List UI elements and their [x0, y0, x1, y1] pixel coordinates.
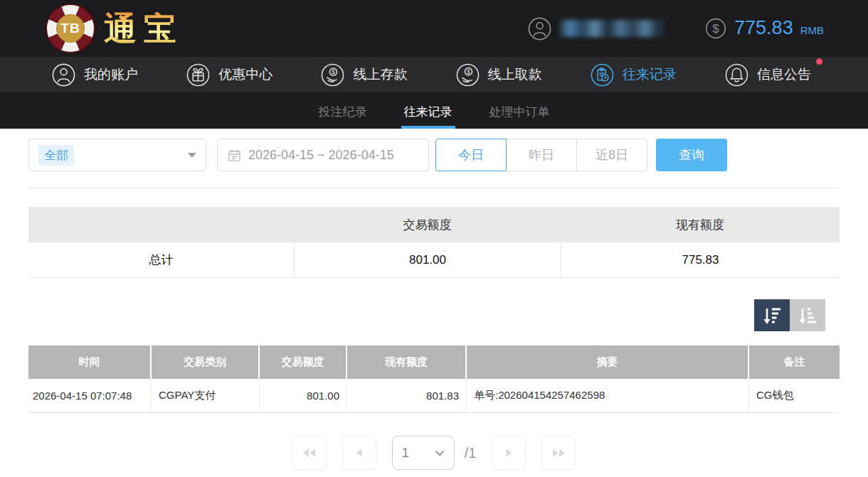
filter-row: 全部 2026-04-15 ~ 2026-04-15 今日 昨日 近8日 查询	[28, 139, 840, 171]
nav-item-promotions[interactable]: 优惠中心	[186, 63, 272, 87]
nav-item-withdraw[interactable]: $ 线上取款	[455, 63, 542, 87]
sort-descending-icon	[761, 306, 783, 326]
content-area: 全部 2026-04-15 ~ 2026-04-15 今日 昨日 近8日 查询	[0, 139, 868, 470]
quick-range-group: 今日 昨日 近8日	[435, 139, 647, 171]
summary-table-header: 交易额度 现有额度	[28, 207, 840, 242]
col-remark: 备注	[749, 345, 840, 379]
logo-badge: TB	[56, 14, 85, 43]
tab-processing-orders[interactable]: 处理中订单	[488, 93, 551, 129]
col-transaction-type: 交易类别	[152, 345, 260, 379]
user-icon	[51, 63, 76, 87]
range-today-button[interactable]: 今日	[435, 139, 507, 171]
nav-label: 我的账户	[84, 65, 138, 84]
col-transaction-amount: 交易额度	[260, 345, 347, 379]
col-time: 时间	[28, 345, 152, 379]
first-page-button[interactable]	[292, 436, 327, 470]
sort-descending-button[interactable]	[754, 299, 790, 331]
chevron-down-icon	[435, 450, 445, 456]
cell-remark: CG钱包	[749, 379, 840, 412]
page-select-value: 1	[402, 446, 409, 461]
bell-icon	[724, 63, 749, 87]
records-table-header: 时间 交易类别 交易额度 现有额度 摘要 备注	[28, 345, 840, 379]
cell-current-balance: 801.83	[347, 379, 467, 412]
range-last8days-button[interactable]: 近8日	[576, 139, 647, 171]
top-right-area: $ 775.83 RMB	[527, 16, 824, 41]
first-page-icon	[301, 446, 318, 460]
notification-dot	[816, 58, 822, 65]
nav-item-my-account[interactable]: 我的账户	[51, 63, 138, 87]
gift-icon	[186, 63, 211, 87]
cell-summary: 单号:202604154257462598	[467, 379, 749, 412]
date-range-input[interactable]: 2026-04-15 ~ 2026-04-15	[217, 139, 429, 171]
previous-page-button[interactable]	[342, 436, 376, 470]
tab-transaction-records[interactable]: 往来记录	[403, 93, 454, 129]
svg-text:$: $	[332, 68, 335, 75]
summary-table: 交易额度 现有额度 总计 801.00 775.83	[28, 207, 840, 278]
cell-transaction-type: CGPAY支付	[152, 379, 260, 412]
table-row: 2026-04-15 07:07:48 CGPAY支付 801.00 801.8…	[28, 379, 840, 413]
balance-amount: 775.83	[734, 17, 793, 39]
records-icon	[590, 63, 615, 87]
next-page-icon	[503, 446, 514, 460]
nav-label: 线上存款	[353, 65, 407, 84]
username-blurred	[559, 20, 665, 37]
type-select[interactable]: 全部	[28, 139, 206, 171]
sub-navigation: 投注纪录 往来记录 处理中订单	[0, 93, 868, 129]
nav-label: 线上取款	[488, 65, 542, 84]
sort-ascending-icon	[797, 306, 818, 326]
withdraw-icon: $	[455, 63, 480, 87]
user-account-chip[interactable]	[527, 16, 665, 41]
balance-display[interactable]: $ 775.83 RMB	[704, 17, 824, 40]
page-select[interactable]: 1	[392, 436, 455, 470]
svg-text:$: $	[467, 68, 470, 75]
previous-page-icon	[354, 446, 365, 460]
casino-chip-icon: TB	[46, 4, 95, 53]
calendar-icon	[228, 149, 241, 162]
date-range-value: 2026-04-15 ~ 2026-04-15	[248, 148, 394, 163]
next-page-button[interactable]	[492, 436, 526, 470]
main-navigation: 我的账户 优惠中心 $ 线上存款 $ 线上取款	[0, 57, 868, 93]
brand-name: 通宝	[104, 12, 184, 45]
records-table: 时间 交易类别 交易额度 现有额度 摘要 备注 2026-04-15 07:07…	[28, 345, 840, 413]
summary-total-label: 总计	[28, 252, 294, 268]
summary-col-transaction-amount: 交易额度	[294, 217, 561, 233]
dollar-coin-icon: $	[704, 17, 727, 40]
nav-item-transaction-records[interactable]: 往来记录	[590, 63, 677, 87]
nav-item-deposit[interactable]: $ 线上存款	[320, 63, 407, 87]
range-yesterday-button[interactable]: 昨日	[506, 139, 577, 171]
col-current-balance: 现有额度	[347, 345, 467, 379]
sort-controls	[28, 299, 840, 331]
cell-time: 2026-04-15 07:07:48	[28, 379, 152, 412]
user-avatar-icon	[527, 16, 552, 41]
section-divider	[28, 188, 840, 188]
nav-label: 往来记录	[623, 65, 677, 84]
summary-total-row: 总计 801.00 775.83	[28, 242, 840, 278]
deposit-icon: $	[320, 63, 345, 87]
query-button[interactable]: 查询	[656, 139, 727, 171]
top-bar: TB 通宝 $ 775.83 RMB	[0, 0, 868, 57]
summary-col-current-balance: 现有额度	[561, 217, 840, 233]
pagination: 1 /1	[28, 436, 840, 470]
nav-item-announcements[interactable]: 信息公告	[724, 63, 811, 87]
nav-label: 优惠中心	[218, 65, 272, 84]
col-summary: 摘要	[467, 345, 749, 379]
sort-ascending-button[interactable]	[790, 299, 825, 331]
svg-text:$: $	[712, 22, 719, 36]
site-logo[interactable]: TB 通宝	[46, 4, 184, 53]
page-total-label: /1	[465, 445, 477, 461]
last-page-button[interactable]	[541, 436, 576, 470]
type-select-value: 全部	[38, 145, 74, 166]
transaction-records-page: TB 通宝 $ 775.83 RMB	[0, 0, 868, 477]
summary-current-balance: 775.83	[561, 242, 840, 277]
nav-label: 信息公告	[757, 65, 811, 84]
last-page-icon	[550, 446, 567, 460]
summary-transaction-amount: 801.00	[294, 242, 561, 277]
tab-betting-records[interactable]: 投注纪录	[317, 93, 369, 129]
balance-currency: RMB	[800, 24, 824, 36]
caret-down-icon	[188, 153, 196, 158]
cell-transaction-amount: 801.00	[260, 379, 347, 412]
